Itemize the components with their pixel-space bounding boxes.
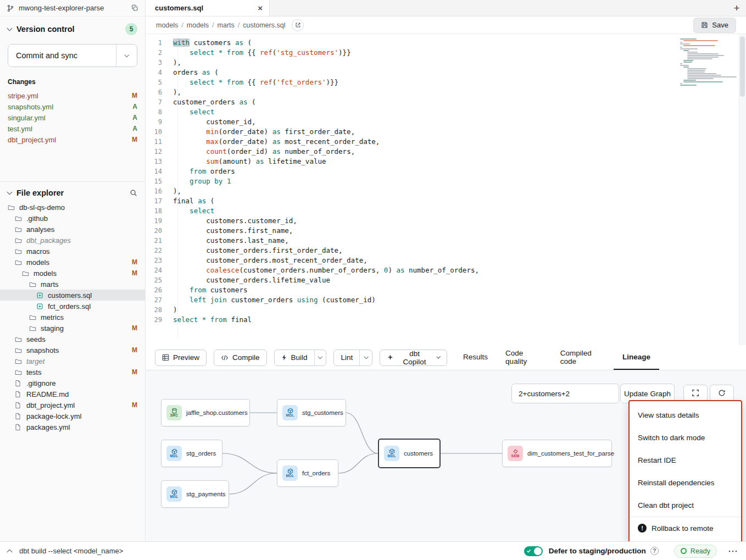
- code-line[interactable]: 7customer_orders as (: [146, 97, 746, 107]
- search-icon[interactable]: [130, 189, 137, 197]
- code-line[interactable]: 26 from customers: [146, 285, 746, 295]
- code-line[interactable]: 28): [146, 305, 746, 315]
- code-line[interactable]: 16),: [146, 186, 746, 196]
- change-row[interactable]: snapshots.ymlA: [0, 101, 145, 112]
- lineage-node-jaffle-shop-customers[interactable]: SRCjaffle_shop.customers: [161, 399, 250, 426]
- tree-item-seeds[interactable]: seeds: [0, 334, 145, 345]
- menu-item-view-status-details[interactable]: View status details: [630, 404, 741, 426]
- tree-item-models[interactable]: modelsM: [0, 268, 145, 279]
- tree-item-metrics[interactable]: metrics: [0, 312, 145, 323]
- code-line[interactable]: 6),: [146, 87, 746, 97]
- copy-branch-icon[interactable]: [131, 4, 138, 12]
- version-control-header[interactable]: Version control 5: [0, 16, 145, 40]
- scrollbar-thumb[interactable]: [740, 36, 745, 97]
- dbt-copilot-button[interactable]: dbt Copilot: [380, 350, 447, 366]
- code-line[interactable]: 11 max(order_date) as most_recent_order_…: [146, 137, 746, 147]
- breadcrumb-item[interactable]: models: [156, 21, 178, 29]
- code-line[interactable]: 13 sum(amount) as lifetime_value: [146, 157, 746, 167]
- menu-item-restart-ide[interactable]: Restart IDE: [630, 449, 741, 472]
- code-line[interactable]: 27 left join customer_orders using (cust…: [146, 295, 746, 305]
- tree-item-packages-yml[interactable]: packages.yml: [0, 422, 145, 433]
- new-tab-button[interactable]: [727, 0, 746, 16]
- minimap[interactable]: [680, 38, 733, 86]
- commit-and-sync-button[interactable]: Commit and sync: [8, 45, 116, 66]
- tab-compiled-code[interactable]: Compiled code: [552, 345, 614, 370]
- lint-button[interactable]: Lint: [334, 350, 359, 365]
- code-line[interactable]: 1with customers as (: [146, 38, 746, 48]
- change-row[interactable]: dbt_project.ymlM: [0, 134, 145, 145]
- lineage-node-stg-customers[interactable]: MDLstg_customers: [277, 399, 346, 426]
- refresh-icon[interactable]: [710, 385, 734, 401]
- tab-code-quality[interactable]: Code quality: [497, 345, 552, 370]
- code-line[interactable]: 23 customer_orders.most_recent_order_dat…: [146, 256, 746, 265]
- defer-toggle[interactable]: [524, 546, 543, 556]
- commit-options-dropdown[interactable]: [116, 45, 137, 66]
- tree-item-tests[interactable]: testsM: [0, 367, 145, 378]
- preview-button[interactable]: Preview: [155, 350, 207, 366]
- tree-item-github[interactable]: .github: [0, 213, 145, 224]
- fullscreen-icon[interactable]: [683, 385, 708, 401]
- breadcrumb-item[interactable]: customers.sql: [243, 21, 285, 29]
- breadcrumb-item[interactable]: models: [187, 21, 209, 29]
- lineage-node-customers[interactable]: MDLcustomers: [378, 439, 441, 468]
- code-line[interactable]: 4orders as (: [146, 68, 746, 77]
- lineage-node-stg-orders[interactable]: MDLstg_orders: [161, 440, 222, 467]
- tab-customers-sql[interactable]: customers.sql: [146, 0, 270, 16]
- tree-item-models[interactable]: modelsM: [0, 257, 145, 268]
- close-icon[interactable]: [258, 4, 263, 12]
- code-line[interactable]: 20 customers.first_name,: [146, 226, 746, 236]
- code-line[interactable]: 14 from orders: [146, 167, 746, 176]
- code-line[interactable]: 18 select: [146, 206, 746, 216]
- change-row[interactable]: test.ymlA: [0, 123, 145, 134]
- breadcrumb-item[interactable]: marts: [218, 21, 235, 29]
- code-line[interactable]: 10 min(order_date) as first_order_date,: [146, 127, 746, 137]
- lineage-selector-input[interactable]: [511, 384, 619, 403]
- code-line[interactable]: 24 coalesce(customer_orders.number_of_or…: [146, 265, 746, 275]
- code-line[interactable]: 9 customer_id,: [146, 117, 746, 127]
- code-line[interactable]: 21 customers.last_name,: [146, 236, 746, 246]
- lint-options-dropdown[interactable]: [359, 350, 372, 365]
- open-link-icon[interactable]: [292, 19, 304, 31]
- code-line[interactable]: 8 select: [146, 107, 746, 117]
- lineage-node-dim-customers-test-for-parse[interactable]: SEMdim_customers_test_for_parse: [502, 440, 612, 467]
- tree-item-staging[interactable]: stagingM: [0, 323, 145, 334]
- code-line[interactable]: 12 count(order_id) as number_of_orders,: [146, 147, 746, 157]
- code-line[interactable]: 29select * from final: [146, 315, 746, 325]
- tab-lineage[interactable]: Lineage: [614, 345, 659, 370]
- tree-item-macros[interactable]: macros: [0, 246, 145, 257]
- menu-item-rollback-to-remote[interactable]: Rollback to remote: [630, 517, 741, 539]
- tree-item-db-sl-qs-demo[interactable]: db-sl-qs-demo: [0, 202, 145, 213]
- build-button[interactable]: Build: [275, 350, 314, 365]
- tree-item-target[interactable]: target: [0, 356, 145, 367]
- code-line[interactable]: 2 select * from {{ ref('stg_customers')}…: [146, 48, 746, 58]
- tree-item-readme-md[interactable]: README.md: [0, 389, 145, 400]
- menu-item-reinstall-dependencies[interactable]: Reinstall dependencies: [630, 472, 741, 494]
- code-line[interactable]: 5 select * from {{ ref('fct_orders')}}: [146, 77, 746, 87]
- tree-item-marts[interactable]: marts: [0, 279, 145, 290]
- menu-item-clean-dbt-project[interactable]: Clean dbt project: [630, 494, 741, 517]
- help-icon[interactable]: [650, 547, 659, 555]
- build-options-dropdown[interactable]: [314, 350, 326, 365]
- code-line[interactable]: 17final as (: [146, 196, 746, 206]
- code-editor[interactable]: 1with customers as (2 select * from {{ r…: [146, 34, 746, 345]
- tree-item-dbt-packages[interactable]: dbt_packages: [0, 235, 145, 246]
- code-line[interactable]: 22 customer_orders.first_order_date,: [146, 246, 746, 256]
- tree-item-gitignore[interactable]: .gitignore: [0, 378, 145, 389]
- lineage-node-stg-payments[interactable]: MDLstg_payments: [161, 480, 229, 508]
- editor-scrollbar[interactable]: [739, 34, 746, 345]
- tree-item-customers-sql[interactable]: customers.sql: [0, 290, 145, 301]
- change-row[interactable]: stripe.ymlM: [0, 90, 145, 101]
- tab-results[interactable]: Results: [454, 345, 497, 370]
- lineage-node-fct-orders[interactable]: MDLfct_orders: [277, 459, 338, 487]
- file-explorer-header[interactable]: File explorer: [0, 181, 145, 202]
- tree-item-analyses[interactable]: analyses: [0, 224, 145, 235]
- chevron-up-icon[interactable]: [7, 549, 13, 555]
- menu-item-switch-to-dark-mode[interactable]: Switch to dark mode: [630, 426, 741, 449]
- compile-button[interactable]: Compile: [214, 350, 267, 366]
- code-line[interactable]: 19 customers.customer_id,: [146, 216, 746, 226]
- change-row[interactable]: singular.ymlA: [0, 112, 145, 123]
- code-line[interactable]: 15 group by 1: [146, 176, 746, 186]
- code-line[interactable]: 25 customer_orders.lifetime_value: [146, 275, 746, 285]
- code-line[interactable]: 3),: [146, 58, 746, 68]
- save-button[interactable]: Save: [693, 18, 736, 33]
